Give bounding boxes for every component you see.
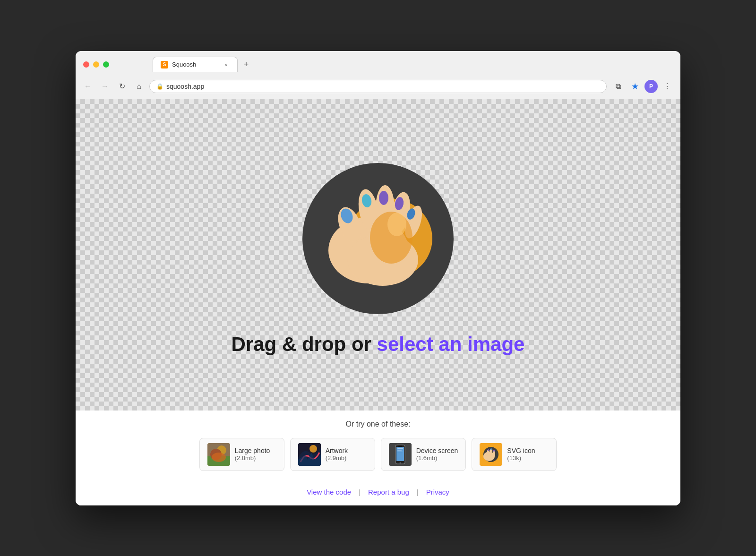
select-image-text: select an image — [377, 333, 525, 355]
svg-point-26 — [399, 462, 401, 463]
active-tab[interactable]: S Squoosh × — [153, 57, 238, 72]
sample-size-svg: (13k) — [507, 454, 535, 462]
home-button[interactable]: ⌂ — [132, 80, 146, 93]
footer-links: View the code | Report a bug | Privacy — [299, 480, 457, 505]
svg-point-19 — [212, 453, 226, 462]
heading-area: Drag & drop or select an image — [232, 333, 525, 356]
sample-info-photo: Large photo (2.8mb) — [235, 447, 270, 462]
svg-point-21 — [309, 445, 317, 453]
external-link-button[interactable]: ⧉ — [610, 79, 626, 94]
back-button[interactable]: ← — [81, 80, 94, 93]
svg-rect-28 — [397, 450, 402, 451]
sample-thumb-artwork — [298, 443, 321, 466]
reload-button[interactable]: ↻ — [115, 80, 129, 93]
sample-name-artwork: Artwork — [326, 447, 348, 454]
sample-info-artwork: Artwork (2.9mb) — [326, 447, 348, 462]
sample-svg-icon[interactable]: SVG icon (13k) — [472, 438, 557, 471]
sample-artwork[interactable]: Artwork (2.9mb) — [290, 438, 375, 471]
svg-rect-29 — [397, 452, 403, 452]
address-bar: ← → ↻ ⌂ 🔒 squoosh.app ⧉ ★ P ⋮ — [76, 76, 680, 99]
page-content: Drag & drop or select an image Or try on… — [76, 99, 680, 505]
sample-device-screen[interactable]: Device screen (1.6mb) — [381, 438, 466, 471]
browser-window: S Squoosh × + ← → ↻ ⌂ 🔒 squoosh.app ⧉ ★ … — [76, 51, 680, 505]
url-text: squoosh.app — [166, 83, 600, 90]
new-tab-button[interactable]: + — [240, 58, 253, 71]
browser-actions: ⧉ ★ P ⋮ — [610, 79, 675, 94]
sample-info-svg: SVG icon (13k) — [507, 447, 535, 462]
menu-button[interactable]: ⋮ — [660, 79, 675, 94]
window-controls — [83, 61, 109, 68]
sample-name-device: Device screen — [416, 447, 458, 454]
sample-size-photo: (2.8mb) — [235, 454, 270, 462]
sample-size-artwork: (2.9mb) — [326, 454, 348, 462]
sample-name-photo: Large photo — [235, 447, 270, 454]
svg-point-14 — [387, 213, 406, 236]
lock-icon: 🔒 — [156, 83, 163, 90]
profile-avatar[interactable]: P — [644, 80, 658, 93]
tab-close-button[interactable]: × — [222, 61, 230, 68]
svg-point-10 — [379, 191, 388, 205]
url-field[interactable]: 🔒 squoosh.app — [149, 80, 607, 93]
sample-images-row: Large photo (2.8mb) — [199, 438, 557, 471]
sample-name-svg: SVG icon — [507, 447, 535, 454]
forward-button[interactable]: → — [98, 80, 112, 93]
drop-zone[interactable]: Drag & drop or select an image — [76, 99, 680, 411]
sample-size-device: (1.6mb) — [416, 454, 458, 462]
close-button[interactable] — [83, 61, 89, 68]
privacy-link[interactable]: Privacy — [419, 488, 457, 496]
svg-rect-37 — [490, 448, 492, 450]
view-code-link[interactable]: View the code — [299, 488, 359, 496]
report-bug-link[interactable]: Report a bug — [361, 488, 417, 496]
logo-illustration — [317, 177, 439, 300]
minimize-button[interactable] — [93, 61, 99, 68]
tab-bar: S Squoosh × + — [115, 57, 291, 72]
bookmark-button[interactable]: ★ — [627, 79, 643, 94]
or-try-label: Or try one of these: — [346, 420, 411, 428]
bottom-section: Or try one of these: — [76, 411, 680, 505]
squoosh-logo — [302, 163, 454, 314]
maximize-button[interactable] — [103, 61, 109, 68]
drag-drop-text: Drag & drop or select an image — [232, 333, 525, 355]
browser-chrome: S Squoosh × + ← → ↻ ⌂ 🔒 squoosh.app ⧉ ★ … — [76, 51, 680, 99]
svg-rect-36 — [488, 449, 489, 451]
svg-rect-27 — [397, 448, 403, 449]
sample-thumb-photo — [207, 443, 230, 466]
svg-rect-38 — [493, 450, 495, 452]
title-bar: S Squoosh × + — [76, 51, 680, 76]
svg-rect-25 — [398, 445, 402, 447]
sample-thumb-device — [389, 443, 412, 466]
sample-large-photo[interactable]: Large photo (2.8mb) — [199, 438, 284, 471]
sample-info-device: Device screen (1.6mb) — [416, 447, 458, 462]
tab-title: Squoosh — [172, 61, 218, 68]
tab-favicon: S — [161, 61, 168, 68]
sample-thumb-svg — [480, 443, 502, 466]
